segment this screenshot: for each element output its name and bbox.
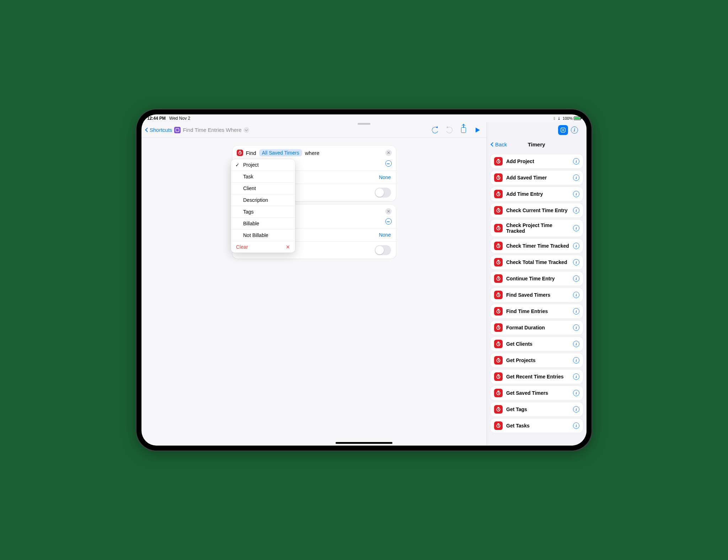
orientation-lock-icon: ⤓ <box>557 116 561 121</box>
sidebar-action[interactable]: Add Projecti <box>491 154 583 168</box>
action-info-button[interactable]: i <box>573 243 579 249</box>
menu-item-label: Tags <box>243 209 254 215</box>
menu-item[interactable]: Description <box>231 194 295 206</box>
sidebar-action-label: Add Project <box>506 158 569 164</box>
add-action-button[interactable] <box>558 125 568 135</box>
battery-percent: 100% <box>563 116 573 120</box>
undo-button[interactable] <box>431 126 439 134</box>
sidebar-action[interactable]: Get Tagsi <box>491 402 583 416</box>
menu-item[interactable]: Not Billable <box>231 229 295 241</box>
sidebar-action-label: Get Tasks <box>506 423 569 429</box>
sidebar-action[interactable]: Get Saved Timersi <box>491 386 583 400</box>
menu-clear[interactable]: Clear✕ <box>231 241 295 253</box>
multitask-pill[interactable] <box>358 123 370 125</box>
scope-chip[interactable]: All Saved Timers <box>259 149 302 156</box>
redo-button <box>445 126 453 134</box>
menu-item-label: Not Billable <box>243 232 268 238</box>
menu-item[interactable]: ✓Project <box>231 159 295 171</box>
sidebar-action-label: Check Total Time Tracked <box>506 259 569 265</box>
sidebar-action[interactable]: Add Saved Timeri <box>491 171 583 185</box>
sidebar-action-label: Continue Time Entry <box>506 276 569 281</box>
editor-pane: Shortcuts Find Time Entries Where <box>141 122 487 446</box>
action-info-button[interactable]: i <box>573 207 579 214</box>
timery-icon <box>494 157 503 166</box>
menu-item[interactable]: Client <box>231 182 295 194</box>
timery-icon <box>494 291 503 299</box>
action-info-button[interactable]: i <box>573 174 579 181</box>
limit-toggle[interactable] <box>375 245 391 255</box>
close-icon: ✕ <box>286 244 290 250</box>
action-info-button[interactable]: i <box>573 357 579 364</box>
timery-icon <box>494 190 503 198</box>
sidebar-action[interactable]: Format Durationi <box>491 321 583 335</box>
timery-icon <box>494 356 503 365</box>
menu-item[interactable]: Billable <box>231 217 295 229</box>
action-info-button[interactable]: i <box>573 341 579 347</box>
sidebar-action[interactable]: Find Saved Timersi <box>491 288 583 302</box>
sidebar-action-label: Find Saved Timers <box>506 292 569 298</box>
where-text: where <box>305 150 320 156</box>
check-icon: ✓ <box>235 162 240 168</box>
action-info-button[interactable]: i <box>573 158 579 165</box>
timery-icon <box>494 307 503 316</box>
sidebar-nav: Back Timery <box>487 138 587 151</box>
svg-rect-0 <box>176 128 179 131</box>
action-info-button[interactable]: i <box>573 422 579 429</box>
sidebar-action-label: Check Timer Time Tracked <box>506 243 569 249</box>
actions-sidebar: i Back Timery Add ProjectiAdd Saved Time… <box>487 122 587 446</box>
sidebar-action-label: Find Time Entries <box>506 308 569 314</box>
remove-filter-button[interactable]: − <box>385 160 392 167</box>
remove-filter-button[interactable]: − <box>385 218 392 225</box>
sidebar-action[interactable]: Find Time Entriesi <box>491 304 583 318</box>
menu-clear-label: Clear <box>236 244 248 250</box>
sidebar-action[interactable]: Get Projectsi <box>491 353 583 367</box>
delete-action-button[interactable]: ✕ <box>385 150 392 156</box>
timery-icon <box>494 242 503 250</box>
menu-item-label: Billable <box>243 221 259 226</box>
sort-value[interactable]: None <box>379 232 391 238</box>
screen: 12:44 PM Wed Nov 2 􀙇 ⤓ 100% <box>141 114 587 446</box>
timery-icon <box>494 206 503 215</box>
menu-item[interactable]: Task <box>231 171 295 182</box>
limit-toggle[interactable] <box>375 188 391 198</box>
sidebar-action-list[interactable]: Add ProjectiAdd Saved TimeriAdd Time Ent… <box>487 151 587 446</box>
back-button[interactable]: Shortcuts <box>146 127 172 133</box>
sort-value[interactable]: None <box>379 174 391 180</box>
sidebar-action[interactable]: Check Current Time Entryi <box>491 203 583 217</box>
sidebar-action[interactable]: Add Time Entryi <box>491 187 583 201</box>
shortcut-title[interactable]: Find Time Entries Where <box>174 127 249 133</box>
sidebar-action-label: Get Recent Time Entries <box>506 374 569 379</box>
timery-icon <box>237 150 243 156</box>
editor-canvas[interactable]: Find All Saved Timers where ✕ Project is… <box>141 138 487 446</box>
sidebar-action[interactable]: Check Timer Time Trackedi <box>491 239 583 253</box>
filter-subject-menu[interactable]: ✓ProjectTaskClientDescriptionTagsBillabl… <box>231 159 295 253</box>
action-info-button[interactable]: i <box>573 225 579 231</box>
wifi-icon: 􀙇 <box>554 116 555 120</box>
sidebar-action-label: Add Time Entry <box>506 191 569 197</box>
sidebar-action[interactable]: Continue Time Entryi <box>491 271 583 286</box>
home-indicator[interactable] <box>336 442 392 444</box>
action-info-button[interactable]: i <box>573 390 579 396</box>
action-info-button[interactable]: i <box>573 191 579 197</box>
action-info-button[interactable]: i <box>573 292 579 298</box>
sidebar-action-label: Check Project Time Tracked <box>506 222 569 234</box>
action-info-button[interactable]: i <box>573 373 579 380</box>
timery-icon <box>494 224 503 232</box>
sidebar-action[interactable]: Check Project Time Trackedi <box>491 220 583 237</box>
sidebar-action[interactable]: Check Total Time Trackedi <box>491 255 583 269</box>
action-info-button[interactable]: i <box>573 324 579 331</box>
action-info-button[interactable]: i <box>573 406 579 413</box>
sidebar-action[interactable]: Get Tasksi <box>491 419 583 433</box>
action-info-button[interactable]: i <box>573 259 579 265</box>
share-button[interactable] <box>460 126 467 134</box>
menu-item[interactable]: Tags <box>231 206 295 217</box>
run-button[interactable] <box>474 126 482 134</box>
info-button[interactable]: i <box>571 126 578 134</box>
sidebar-action[interactable]: Get Recent Time Entriesi <box>491 370 583 384</box>
timery-icon <box>494 421 503 430</box>
sidebar-action[interactable]: Get Clientsi <box>491 337 583 351</box>
action-info-button[interactable]: i <box>573 275 579 282</box>
back-label: Shortcuts <box>150 127 172 133</box>
delete-action-button[interactable]: ✕ <box>385 208 392 215</box>
action-info-button[interactable]: i <box>573 308 579 314</box>
